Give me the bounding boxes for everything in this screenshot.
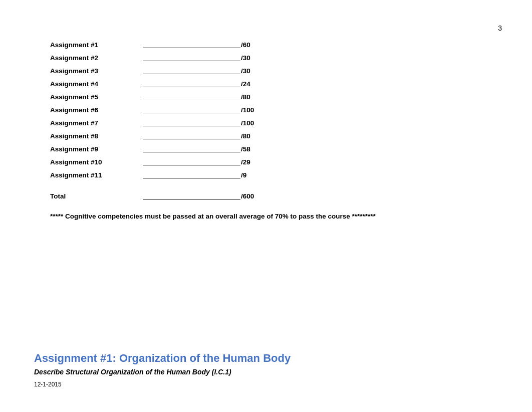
assignment-label: Assignment #3 (50, 67, 143, 75)
assignment-score: /80 (241, 132, 250, 140)
assignment-row: Assignment #10/29 (50, 155, 376, 166)
total-label: Total (50, 192, 143, 200)
assignment-score: /60 (241, 41, 250, 49)
assignment-label: Assignment #8 (50, 132, 143, 140)
assignment-label: Assignment #9 (50, 145, 143, 153)
assignment-row: Assignment #3/30 (50, 64, 376, 75)
assignment-line (143, 48, 240, 48)
assignment-label: Assignment #2 (50, 54, 143, 62)
assignment-score: /30 (241, 54, 250, 62)
assignment-row: Assignment #2/30 (50, 51, 376, 62)
assignment-row: Assignment #6/100 (50, 103, 376, 114)
assignment-label: Assignment #11 (50, 171, 143, 179)
assignment-label: Assignment #4 (50, 80, 143, 88)
assignment-label: Assignment #7 (50, 119, 143, 127)
assignment-date: 12-1-2015 (34, 381, 291, 388)
assignment-row: Assignment #8/80 (50, 129, 376, 140)
assignment-label: Assignment #5 (50, 93, 143, 101)
assignment-label: Assignment #6 (50, 106, 143, 114)
assignment-line (143, 165, 240, 165)
total-row: Total /600 (50, 189, 376, 200)
assignment-row: Assignment #1/60 (50, 38, 376, 49)
assignment-row: Assignment #11/9 (50, 168, 376, 179)
assignment-row: Assignment #7/100 (50, 116, 376, 127)
assignment-score: /58 (241, 145, 250, 153)
assignment-label: Assignment #1 (50, 41, 143, 49)
assignment-subtitle: Describe Structural Organization of the … (34, 368, 291, 376)
assignment-score: /100 (241, 106, 254, 114)
bottom-section: Assignment #1: Organization of the Human… (34, 352, 291, 388)
assignment-line (143, 100, 240, 100)
assignment-line (143, 178, 240, 178)
assignment-row: Assignment #5/80 (50, 90, 376, 101)
assignment-line (143, 74, 240, 74)
assignment-score: /30 (241, 67, 250, 75)
page-number: 3 (498, 24, 502, 32)
assignment-line (143, 87, 240, 87)
assignment-score: /29 (241, 158, 250, 166)
assignment-score: /24 (241, 80, 250, 88)
assignment-score: /80 (241, 93, 250, 101)
assignment-score: /9 (241, 171, 246, 179)
total-score: /600 (241, 192, 254, 200)
assignment-line (143, 61, 240, 61)
assignment-label: Assignment #10 (50, 158, 143, 166)
assignments-section: Assignment #1/60Assignment #2/30Assignme… (50, 38, 376, 220)
assignment-score: /100 (241, 119, 254, 127)
assignment-row: Assignment #4/24 (50, 77, 376, 88)
assignment-line (143, 126, 240, 126)
assignment-row: Assignment #9/58 (50, 142, 376, 153)
total-line (143, 199, 240, 199)
notice-text: ***** Cognitive competencies must be pas… (50, 213, 376, 220)
assignment-line (143, 139, 240, 139)
assignment-line (143, 113, 240, 113)
assignment-title: Assignment #1: Organization of the Human… (34, 352, 291, 365)
assignment-line (143, 152, 240, 152)
